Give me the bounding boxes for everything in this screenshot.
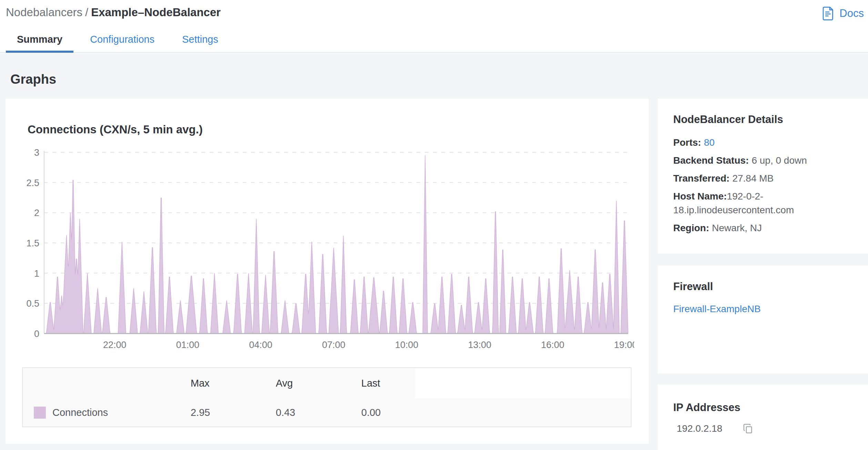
legend-col-last: Last: [361, 378, 415, 389]
breadcrumb-separator: /: [85, 6, 88, 19]
svg-text:2: 2: [34, 208, 39, 218]
svg-text:01:00: 01:00: [176, 340, 200, 350]
svg-text:1: 1: [34, 268, 39, 279]
svg-text:13:00: 13:00: [468, 340, 492, 350]
page-title: Graphs: [10, 72, 868, 87]
legend-series-row: Connections 2.95 0.43 0.00: [23, 398, 631, 427]
svg-text:2.5: 2.5: [26, 178, 39, 188]
firewall-panel: Firewall Firewall-ExampleNB: [658, 266, 868, 374]
connections-graph-panel: Connections (CXN/s, 5 min avg.) 00.511.5…: [6, 99, 649, 444]
details-title: NodeBalancer Details: [673, 112, 854, 127]
tab-configurations[interactable]: Configurations: [79, 30, 165, 53]
copy-ip-button[interactable]: [743, 423, 753, 434]
detail-row-ports: Ports:80: [673, 136, 854, 150]
tab-settings[interactable]: Settings: [171, 30, 229, 53]
chart-title: Connections (CXN/s, 5 min avg.): [28, 123, 640, 136]
connections-avg-value: 0.43: [276, 407, 361, 418]
svg-text:1.5: 1.5: [26, 238, 39, 248]
svg-text:0: 0: [34, 329, 39, 339]
detail-row-host-name: Host Name:192-0-2-18.ip.linodeuserconten…: [673, 190, 854, 217]
breadcrumb-current: Example–NodeBalancer: [91, 6, 221, 19]
docs-icon: [821, 6, 835, 21]
firewall-examplenb-link[interactable]: Firewall-ExampleNB: [673, 304, 761, 315]
firewall-title: Firewall: [673, 279, 854, 294]
docs-label: Docs: [839, 7, 864, 20]
legend-header-row: Max Avg Last: [23, 368, 631, 398]
svg-text:0.5: 0.5: [26, 298, 39, 309]
tab-summary[interactable]: Summary: [6, 30, 73, 53]
tab-bar: Summary Configurations Settings: [6, 30, 868, 53]
copy-icon: [743, 423, 753, 434]
legend-col-avg: Avg: [276, 378, 361, 389]
legend-col-max: Max: [191, 378, 276, 389]
docs-link[interactable]: Docs: [821, 6, 864, 21]
connections-series-label: Connections: [52, 407, 108, 418]
main-content: Graphs Connections (CXN/s, 5 min avg.) 0…: [0, 72, 868, 450]
legend-table: Max Avg Last Connections 2.95 0.43 0.00: [22, 367, 632, 427]
svg-text:10:00: 10:00: [395, 340, 418, 350]
summary-sidebar: NodeBalancer Details Ports:80 Backend St…: [658, 99, 868, 450]
detail-row-backend-status: Backend Status:6 up, 0 down: [673, 154, 854, 167]
connections-max-value: 2.95: [191, 407, 276, 418]
legend-header-empty-cell: [415, 368, 631, 398]
breadcrumb-nodebalancers-link[interactable]: Nodebalancers: [6, 6, 82, 19]
svg-text:22:00: 22:00: [103, 340, 127, 350]
breadcrumb: Nodebalancers/Example–NodeBalancer: [0, 5, 868, 20]
ip-address-value: 192.0.2.18: [677, 423, 722, 434]
nodebalancer-details-panel: NodeBalancer Details Ports:80 Backend St…: [658, 99, 868, 254]
svg-text:04:00: 04:00: [249, 340, 272, 350]
detail-row-region: Region:Newark, NJ: [673, 221, 854, 235]
svg-text:19:00: 19:00: [614, 340, 634, 350]
connections-last-value: 0.00: [361, 407, 415, 418]
port-80-link[interactable]: 80: [704, 137, 715, 148]
svg-text:07:00: 07:00: [322, 340, 345, 350]
ip-address-row: 192.0.2.18: [677, 423, 854, 434]
connections-area-chart[interactable]: 00.511.522.5322:0001:0004:0007:0010:0013…: [22, 147, 640, 355]
ip-addresses-title: IP Addresses: [673, 400, 854, 415]
connections-series-swatch: [34, 407, 46, 419]
svg-text:16:00: 16:00: [541, 340, 564, 350]
page-header: Nodebalancers/Example–NodeBalancer Docs …: [0, 0, 868, 53]
svg-text:3: 3: [34, 147, 39, 158]
detail-row-transferred: Transferred:27.84 MB: [673, 172, 854, 185]
ip-addresses-panel: IP Addresses 192.0.2.18: [658, 385, 868, 450]
